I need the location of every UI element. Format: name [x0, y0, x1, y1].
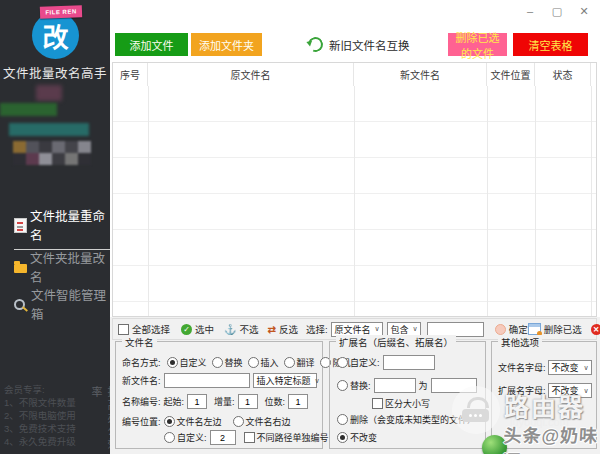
sidebar-item-label: 文件智能管理箱 — [31, 285, 110, 323]
radio-ext-custom[interactable]: 自定义: — [337, 356, 380, 369]
table-body-empty[interactable] — [113, 86, 596, 316]
ext-custom-input[interactable] — [383, 355, 435, 370]
delete-selected-button[interactable]: 删除已选 — [528, 322, 582, 336]
add-files-button[interactable]: 添加文件 — [115, 33, 188, 56]
close-button[interactable]: ✕ — [578, 4, 590, 18]
red-x-circle-icon: ✕ — [591, 324, 600, 335]
new-filename-input[interactable] — [164, 373, 250, 388]
vip-benefits: 会员专享: 1、不限文件数量 2、不限电脑使用 3、免费技术支持 4、永久免费升… — [4, 383, 76, 448]
separate-numbering-checkbox-group[interactable]: 不同路径单独编号 — [244, 431, 329, 444]
position-custom-input[interactable] — [210, 430, 236, 445]
column-divider — [354, 86, 355, 316]
column-header-newname[interactable]: 新文件名 — [354, 63, 487, 86]
select-label: 选中 — [195, 322, 214, 336]
other-options-title: 其他选项 — [498, 335, 542, 349]
chevron-down-icon: ∨ — [409, 325, 418, 333]
radio-position-right[interactable]: 文件名右边 — [233, 415, 291, 428]
select-all-checkbox[interactable] — [118, 324, 129, 335]
app-logo: 改 FILE REN — [0, 8, 110, 64]
document-icon — [14, 218, 27, 233]
ext-custom-row: 自定义: — [337, 355, 435, 370]
ext-unchanged-row: 不改变 — [337, 431, 377, 444]
radio-label: 删除（会变成未知类型的文件） — [350, 413, 476, 426]
ext-case-value: 不改变 — [552, 384, 579, 397]
start-input[interactable] — [187, 394, 207, 409]
invert-label: 反选 — [279, 322, 298, 336]
radio-ext-replace[interactable]: 替换: — [337, 379, 371, 392]
ext-delete-row: 删除（会变成未知类型的文件） — [337, 413, 476, 426]
other-options-group: 其他选项 文件名字母: 不改变 ∨ 扩展名字母: 不改变 ∨ — [491, 341, 597, 449]
ext-replace-to-input[interactable] — [431, 378, 477, 393]
radio-insert[interactable]: 插入 — [248, 356, 279, 369]
radio-replace[interactable]: 替换 — [212, 356, 243, 369]
ext-replace-row: 替换: 为 — [337, 378, 477, 393]
digits-input[interactable] — [288, 394, 308, 409]
blurred-user-info — [36, 85, 62, 101]
column-divider — [591, 86, 592, 316]
numbering-row: 名称编号: 起始: 增量: 位数: — [122, 394, 308, 409]
delete-rows-icon — [528, 323, 541, 335]
ext-case-row: 扩展名字母: 不改变 ∨ — [498, 383, 592, 398]
sidebar-item-label: 文件夹批量改名 — [30, 248, 110, 286]
deselect-button[interactable]: ⚓ 不选 — [224, 322, 259, 336]
filename-case-dropdown[interactable]: 不改变 ∨ — [548, 360, 592, 375]
vip-item: 4、永久免费升级 — [4, 435, 76, 448]
radio-label: 自定义 — [180, 356, 207, 369]
case-sensitive-label: 区分大小写 — [385, 397, 430, 410]
anchor-icon: ⚓ — [224, 324, 236, 335]
radio-translate[interactable]: 翻译 — [284, 356, 315, 369]
clear-table-button[interactable]: 清空表格 — [513, 33, 588, 56]
column-divider — [487, 86, 488, 316]
case-sensitive-checkbox[interactable] — [372, 398, 383, 409]
column-header-oldname[interactable]: 原文件名 — [148, 63, 354, 86]
minimize-button[interactable]: – — [524, 4, 536, 18]
clear-table-small-button[interactable]: ✕ 清空表格 — [591, 322, 600, 336]
radio-ext-unchanged[interactable]: 不改变 — [337, 431, 377, 444]
select-all-checkbox-group[interactable]: 全部选择 — [118, 322, 170, 336]
separate-numbering-label: 不同路径单独编号 — [257, 431, 329, 444]
sidebar-item-batch-rename-files[interactable]: 文件批量重命名 — [14, 206, 110, 250]
field-dropdown-value: 原文件名 — [335, 323, 371, 336]
radio-position-left[interactable]: 文件名左边 — [164, 415, 222, 428]
new-filename-label: 新文件名: — [122, 374, 161, 387]
radio-ext-delete[interactable]: 删除（会变成未知类型的文件） — [337, 413, 476, 426]
column-header-location[interactable]: 文件位置 — [487, 63, 535, 86]
case-sensitive-checkbox-group[interactable]: 区分大小写 — [372, 397, 430, 410]
naming-mode-row: 命名方式: 自定义 替换 插入 翻译 — [122, 356, 351, 369]
select-button[interactable]: ✓ 选中 — [181, 322, 214, 336]
logo-glyph: 改 — [42, 17, 68, 54]
ext-replace-from-input[interactable] — [374, 378, 416, 393]
digits-label: 位数: — [265, 395, 286, 408]
maximize-button[interactable]: ▢ — [551, 4, 563, 18]
radio-icon — [233, 416, 244, 427]
radio-icon — [284, 357, 295, 368]
ext-case-label: 扩展名字母: — [498, 384, 546, 397]
swap-names-button[interactable]: 新旧文件名互换 — [308, 33, 410, 56]
confirm-button[interactable]: 确定 — [495, 322, 528, 336]
number-position-label: 编号位置: — [122, 415, 161, 428]
sidebar: 改 FILE REN 文件批量改名高手 文件批量重命名 文件夹批量改名 文件智能… — [0, 0, 110, 454]
sidebar-item-smart-file-manager[interactable]: 文件智能管理箱 — [14, 285, 110, 323]
radio-icon — [248, 357, 259, 368]
chevron-down-icon: ∨ — [579, 364, 588, 372]
column-header-index[interactable]: 序号 — [113, 63, 148, 86]
insert-title-dropdown[interactable]: 插入特定标题 ∨ — [253, 373, 317, 388]
radio-icon — [164, 432, 175, 443]
vip-item: 2、不限电脑使用 — [4, 409, 76, 422]
delete-selected-files-button[interactable]: 删除已选的文件 — [448, 33, 507, 56]
separate-numbering-checkbox[interactable] — [244, 432, 255, 443]
radio-label: 文件名左边 — [177, 415, 222, 428]
radio-icon — [212, 357, 223, 368]
radio-custom[interactable]: 自定义 — [167, 356, 207, 369]
filename-group-title: 文件名 — [122, 335, 157, 349]
vip-item: 1、不限文件数量 — [4, 396, 76, 409]
radio-position-custom[interactable]: 自定义: — [164, 431, 207, 444]
ext-case-dropdown[interactable]: 不改变 ∨ — [548, 383, 592, 398]
sidebar-item-batch-rename-folders[interactable]: 文件夹批量改名 — [14, 248, 110, 286]
match-dropdown-value: 包含 — [391, 323, 409, 336]
select-all-label: 全部选择 — [132, 322, 170, 336]
invert-selection-button[interactable]: ⇄ 反选 — [268, 322, 298, 336]
column-header-status[interactable]: 状态 — [535, 63, 591, 86]
increment-input[interactable] — [238, 394, 258, 409]
add-folder-button[interactable]: 添加文件夹 — [191, 33, 262, 56]
